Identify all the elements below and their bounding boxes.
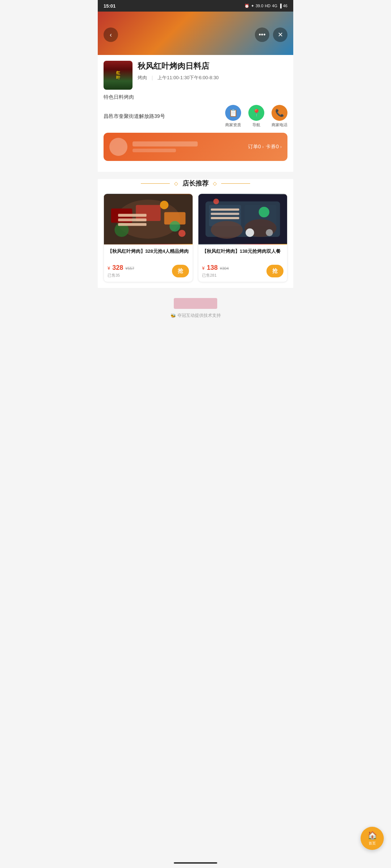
footer-emoji: 🐝 <box>171 313 176 318</box>
store-category: 烤肉 <box>138 75 147 81</box>
store-info: 秋风红叶烤肉日料店 烤肉 ｜ 上午11:00-1:30下午6:00-8:30 <box>138 61 287 81</box>
svg-rect-8 <box>118 218 146 221</box>
user-avatar <box>109 138 127 156</box>
coupons-chevron: › <box>280 144 282 149</box>
section-title-line-left <box>141 183 170 184</box>
store-tags: 特色日料烤肉 <box>104 94 287 101</box>
product-info-1: 【秋风红叶烤肉】328元抢4人精品烤肉 ¥ 328 ¥557 已售35 抢 <box>104 244 193 282</box>
hero-image: ‹ ••• ✕ <box>98 12 293 55</box>
price-original-2: ¥304 <box>220 266 228 271</box>
footer-text: 🐝 夺冠互动提供技术支持 <box>104 312 287 319</box>
section-title-line-right <box>221 183 250 184</box>
store-header: 红叶 秋风红叶烤肉日料店 烤肉 ｜ 上午11:00-1:30下午6:00-8:3… <box>104 61 287 90</box>
user-actions: 订单0 › 卡券0 › <box>248 144 282 150</box>
svg-rect-9 <box>118 223 146 226</box>
product-name-2: 【秋风红叶烤肉】138元抢烤肉双人餐 <box>202 248 283 261</box>
svg-rect-19 <box>211 213 239 215</box>
store-info-card: 红叶 秋风红叶烤肉日料店 烤肉 ｜ 上午11:00-1:30下午6:00-8:3… <box>98 55 293 172</box>
orders-link[interactable]: 订单0 › <box>248 144 264 150</box>
sold-count-2: 已售281 <box>202 273 229 278</box>
close-button[interactable]: ✕ <box>273 27 287 42</box>
footer-area: 🐝 夺冠互动提供技术支持 <box>98 291 293 329</box>
nav-right-buttons: ••• ✕ <box>255 27 287 42</box>
navigation-label: 导航 <box>252 122 260 128</box>
product-image-1 <box>104 194 193 244</box>
store-hours: 上午11:00-1:30下午6:00-8:30 <box>157 75 219 81</box>
qualification-label: 商家资质 <box>225 122 241 128</box>
footer-logo <box>174 298 217 309</box>
status-time: 15:01 <box>104 3 115 9</box>
status-icons: ⏰ ✦ 39.0 HD 4G ▐ 46 <box>244 4 287 8</box>
phone-label: 商家电话 <box>272 122 287 128</box>
phone-icon-item[interactable]: 📞 商家电话 <box>272 105 287 128</box>
navigation-icon-item[interactable]: 📍 导航 <box>248 105 264 128</box>
price-currency-1: ¥ <box>108 265 110 271</box>
store-name: 秋风红叶烤肉日料店 <box>138 61 287 72</box>
products-section: ◇ 店长推荐 ◇ <box>98 179 293 288</box>
section-title-diamond-right: ◇ <box>213 180 217 186</box>
sold-count-1: 已售35 <box>108 273 134 278</box>
price-currency-2: ¥ <box>202 265 205 271</box>
section-title: 店长推荐 <box>182 179 209 188</box>
user-info-bar <box>133 141 243 152</box>
price-block-1: ¥ 328 ¥557 <box>108 264 134 272</box>
store-logo-text: 红叶 <box>116 71 120 80</box>
svg-point-24 <box>213 199 219 204</box>
svg-point-11 <box>178 230 186 237</box>
store-meta: 烤肉 ｜ 上午11:00-1:30下午6:00-8:30 <box>138 75 287 81</box>
phone-icon: 📞 <box>272 105 287 121</box>
svg-point-6 <box>169 221 180 231</box>
price-current-2: 138 <box>207 264 218 272</box>
price-current-1: 328 <box>112 264 123 272</box>
svg-rect-20 <box>211 217 239 219</box>
product-name-1: 【秋风红叶烤肉】328元抢4人精品烤肉 <box>108 248 189 261</box>
products-grid: 【秋风红叶烤肉】328元抢4人精品烤肉 ¥ 328 ¥557 已售35 抢 <box>104 193 287 282</box>
product-card-1: 【秋风红叶烤肉】328元抢4人精品烤肉 ¥ 328 ¥557 已售35 抢 <box>104 193 193 282</box>
svg-point-21 <box>259 207 269 217</box>
svg-point-23 <box>266 229 273 236</box>
action-icons: 📋 商家资质 📍 导航 📞 商家电话 <box>225 105 287 128</box>
user-banner[interactable]: 订单0 › 卡券0 › <box>104 133 287 161</box>
nav-bar: ‹ ••• ✕ <box>98 23 293 46</box>
svg-point-10 <box>160 201 169 209</box>
grab-button-2[interactable]: 抢 <box>266 265 283 277</box>
more-button[interactable]: ••• <box>255 27 269 42</box>
product-price-row-1: ¥ 328 ¥557 已售35 抢 <box>108 264 189 278</box>
product-price-row-2: ¥ 138 ¥304 已售281 抢 <box>202 264 283 278</box>
price-original-1: ¥557 <box>125 266 134 271</box>
store-logo: 红叶 <box>104 61 133 90</box>
svg-rect-18 <box>211 209 239 211</box>
status-bar: 15:01 ⏰ ✦ 39.0 HD 4G ▐ 46 <box>98 0 293 12</box>
svg-point-22 <box>245 228 254 237</box>
navigation-icon: 📍 <box>248 105 264 121</box>
footer-label: 夺冠互动提供技术支持 <box>177 312 221 319</box>
svg-point-16 <box>211 221 243 239</box>
section-title-row: ◇ 店长推荐 ◇ <box>104 179 287 188</box>
user-bar-text-1 <box>133 141 198 146</box>
orders-chevron: › <box>262 144 264 149</box>
qualification-icon-item[interactable]: 📋 商家资质 <box>225 105 241 128</box>
coupons-link[interactable]: 卡券0 › <box>266 144 282 150</box>
grab-button-1[interactable]: 抢 <box>172 265 189 277</box>
back-button[interactable]: ‹ <box>104 27 118 42</box>
qualification-icon: 📋 <box>225 105 241 121</box>
address-row: 昌邑市奎聚街道解放路39号 📋 商家资质 📍 导航 📞 商家电话 <box>104 105 287 128</box>
product-card-2: 【秋风红叶烤肉】138元抢烤肉双人餐 ¥ 138 ¥304 已售281 抢 <box>198 193 287 282</box>
product-info-2: 【秋风红叶烤肉】138元抢烤肉双人餐 ¥ 138 ¥304 已售281 抢 <box>198 244 287 282</box>
svg-rect-7 <box>118 214 146 217</box>
product-image-2 <box>198 194 287 244</box>
price-block-2: ¥ 138 ¥304 <box>202 264 229 272</box>
section-title-diamond-left: ◇ <box>174 180 178 186</box>
user-bar-text-2 <box>133 149 176 152</box>
store-address: 昌邑市奎聚街道解放路39号 <box>104 113 225 120</box>
